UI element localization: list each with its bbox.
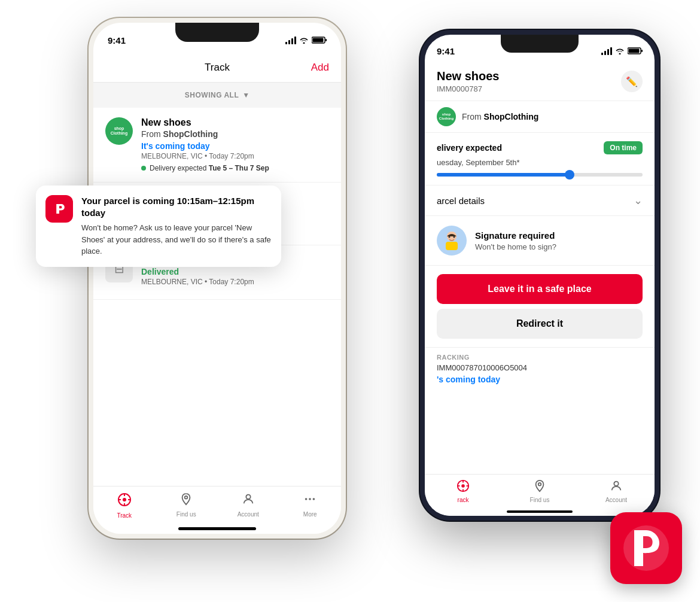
p2-parcel-details-row[interactable]: arcel details ⌄	[425, 186, 655, 216]
svg-point-4	[123, 498, 126, 501]
svg-rect-18	[446, 242, 458, 250]
shop-clothing-icon: shopClothing	[105, 117, 133, 145]
phone2-content: New shoes IMM0000787 ✏️ shopClothing Fro…	[425, 62, 655, 474]
svg-rect-1	[325, 39, 327, 41]
signal-icon	[601, 47, 612, 55]
tab-track[interactable]: rack	[425, 479, 501, 503]
svg-point-20	[449, 236, 451, 238]
parcel-info: New shoes From ShopClothing It's coming …	[141, 117, 329, 172]
p2-tracking-label: RACKING	[437, 354, 643, 361]
track-icon	[117, 492, 132, 510]
auspost-logo-icon	[50, 199, 69, 218]
svg-point-9	[246, 495, 250, 499]
phone1-screen: 9:41 Track Add	[93, 23, 341, 534]
phone1-header: Track Add	[93, 53, 341, 83]
p2-delivery-date: uesday, September 5th*	[437, 158, 643, 167]
on-time-badge: On time	[604, 141, 643, 154]
phone1-device: 9:41 Track Add	[89, 18, 346, 539]
track-icon	[456, 479, 470, 495]
home-indicator	[178, 527, 256, 530]
account-tab-label: Account	[238, 511, 259, 518]
tab-account[interactable]: Account	[217, 492, 279, 518]
signature-required-title: Signature required	[475, 230, 556, 241]
p2-from-row: shopClothing From ShopClothing	[425, 101, 655, 133]
svg-rect-15	[641, 50, 643, 52]
parcel-location: MELBOURNE, VIC • Today 7:20pm	[141, 278, 329, 286]
more-tab-label: More	[303, 511, 317, 518]
p2-package-id: IMM0000787	[437, 84, 499, 93]
phone1-time: 9:41	[108, 35, 126, 45]
phone2-tabbar: rack Find us Account	[425, 474, 655, 516]
notification-body: Won't be home? Ask us to leave your parc…	[81, 222, 272, 257]
progress-fill	[437, 173, 571, 177]
edit-button[interactable]: ✏️	[621, 71, 643, 92]
filter-bar[interactable]: SHOWING ALL ▼	[93, 83, 341, 108]
p2-tracking-number: IMM000787010006O5004	[437, 363, 643, 372]
notification-title: Your parcel is coming 10:15am–12:15pm to…	[81, 195, 272, 218]
notification-content: Your parcel is coming 10:15am–12:15pm to…	[81, 195, 272, 257]
delivery-expected: Delivery expected Tue 5 – Thu 7 Sep	[141, 164, 329, 172]
phone1-tabbar: Track Find us Account More	[93, 486, 341, 534]
signal-icon	[285, 37, 296, 44]
p2-signature-section: Signature required Won't be home to sign…	[425, 216, 655, 266]
progress-dot	[565, 170, 574, 180]
parcel-status: Delivered	[141, 267, 329, 276]
chevron-down-icon: ▼	[242, 91, 249, 99]
phone2-device: 9:41	[420, 30, 659, 521]
progress-bar	[437, 173, 643, 177]
wifi-icon	[615, 47, 625, 54]
person-icon	[242, 492, 255, 509]
phone1-status-icons	[285, 37, 327, 44]
p2-from-text: From ShopClothing	[462, 112, 538, 121]
delivery-person-avatar	[437, 226, 467, 256]
svg-point-10	[305, 498, 308, 500]
phone2-status-icons	[601, 47, 643, 55]
phone2-time: 9:41	[437, 46, 455, 56]
status-dot	[141, 166, 146, 171]
phone1-notch	[175, 23, 259, 42]
parcel-list: shopClothing New shoes From ShopClothing…	[93, 108, 341, 486]
p2-delivery-section: elivery expected On time uesday, Septemb…	[425, 133, 655, 186]
redirect-button[interactable]: Redirect it	[437, 309, 643, 339]
chevron-down-icon: ⌄	[634, 194, 643, 207]
battery-icon	[628, 47, 643, 54]
svg-rect-16	[629, 49, 640, 53]
tab-account[interactable]: Account	[578, 479, 655, 503]
location-icon	[179, 492, 193, 509]
auspost-logo-svg	[622, 524, 670, 572]
phone2-notch	[501, 35, 579, 53]
parcel-location: MELBOURNE, VIC • Today 7:20pm	[141, 152, 329, 160]
svg-point-23	[461, 484, 465, 488]
parcel-from: From ShopClothing	[141, 129, 329, 139]
phone2-screen: 9:41	[425, 35, 655, 516]
more-dots-icon	[303, 492, 316, 509]
p2-delivery-row: elivery expected On time	[437, 141, 643, 154]
parcel-name: New shoes	[141, 117, 329, 128]
person-icon	[610, 479, 623, 495]
svg-point-12	[313, 498, 315, 500]
shop-clothing-icon: shopClothing	[437, 107, 456, 126]
p2-parcel-details-label: arcel details	[437, 196, 485, 206]
leave-safe-place-button[interactable]: Leave it in a safe place	[437, 274, 643, 304]
location-icon	[533, 479, 546, 495]
p2-tracking-section: RACKING IMM000787010006O5004 's coming t…	[425, 347, 655, 390]
tab-more[interactable]: More	[279, 492, 342, 518]
tab-find-us[interactable]: Find us	[156, 492, 218, 518]
list-item[interactable]: shopClothing New shoes From ShopClothing…	[93, 108, 341, 183]
filter-label: SHOWING ALL	[185, 91, 239, 99]
home-indicator	[507, 510, 573, 513]
account-tab-label: Account	[605, 497, 627, 503]
svg-point-28	[614, 482, 618, 486]
add-button[interactable]: Add	[311, 62, 329, 74]
tab-track[interactable]: Track	[93, 492, 156, 519]
tab-find-us[interactable]: Find us	[501, 479, 578, 503]
track-tab-label: rack	[458, 497, 469, 503]
svg-rect-2	[313, 38, 324, 42]
p2-package-header: New shoes IMM0000787	[437, 69, 499, 93]
p2-coming-today: 's coming today	[437, 375, 643, 384]
parcel-status: It's coming today	[141, 141, 329, 151]
auspost-notif-icon	[45, 195, 73, 223]
svg-point-11	[309, 498, 311, 500]
delivery-person-icon	[440, 229, 464, 253]
track-title: Track	[205, 62, 230, 74]
